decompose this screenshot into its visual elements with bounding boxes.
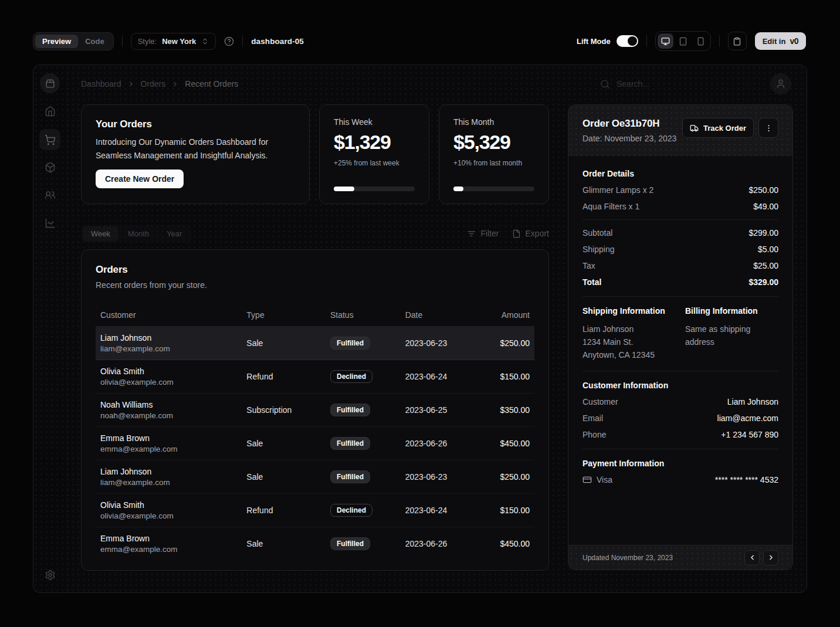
phone-value: +1 234 567 890	[721, 430, 778, 439]
tablet-view-button[interactable]	[675, 33, 691, 49]
this-month-card: This Month $5,329 +10% from last month	[439, 104, 549, 204]
table-row[interactable]: Noah Williamsnoah@example.com Subscripti…	[96, 394, 534, 427]
track-order-label: Track Order	[703, 124, 746, 133]
breadcrumb: Dashboard Orders Recent Orders	[81, 79, 238, 89]
more-options-button[interactable]	[758, 118, 778, 138]
sidebar-item-settings[interactable]	[39, 564, 60, 585]
sidebar-item-customers[interactable]	[39, 184, 60, 205]
customer-info-heading: Customer Information	[582, 381, 778, 390]
tax-value: $25.00	[753, 261, 778, 270]
tab-preview[interactable]: Preview	[35, 35, 78, 48]
billing-text: Same as shipping address	[685, 323, 761, 348]
item-label: Aqua Filters x 1	[582, 202, 639, 211]
search-field[interactable]	[600, 79, 723, 89]
sidebar-item-analytics[interactable]	[39, 212, 60, 233]
tab-year[interactable]: Year	[158, 226, 190, 241]
order-type: Sale	[242, 527, 326, 561]
breadcrumb-recent-orders: Recent Orders	[185, 79, 238, 89]
table-row[interactable]: Liam Johnsonliam@example.com Sale Fulfil…	[96, 327, 534, 360]
sidebar-item-orders[interactable]	[39, 129, 60, 150]
orders-table: Customer Type Status Date Amount Liam Jo…	[96, 304, 534, 560]
status-badge: Fulfilled	[330, 437, 370, 450]
previous-order-button[interactable]	[744, 550, 760, 565]
sidebar-item-dashboard[interactable]	[39, 100, 60, 121]
table-row[interactable]: Olivia Smitholivia@example.com Refund De…	[96, 360, 534, 394]
order-date: 2023-06-24	[401, 360, 488, 394]
customer-email: emma@example.com	[100, 445, 237, 453]
progress-bar	[334, 187, 415, 191]
order-type: Sale	[242, 427, 326, 460]
separator	[582, 296, 778, 297]
preview-code-toggle: Preview Code	[33, 32, 114, 50]
order-type: Sale	[242, 460, 326, 494]
export-label: Export	[526, 229, 549, 238]
chevrons-up-down-icon	[201, 38, 209, 45]
tab-code[interactable]: Code	[78, 35, 111, 48]
order-amount: $150.00	[488, 494, 534, 527]
customer-email: liam@example.com	[100, 344, 237, 353]
copy-code-button[interactable]	[728, 32, 747, 50]
breadcrumb-orders[interactable]: Orders	[141, 79, 166, 89]
search-input[interactable]	[615, 79, 723, 89]
billing-info-block: Billing Information Same as shipping add…	[685, 306, 778, 361]
order-date: 2023-06-26	[401, 427, 488, 460]
shipping-value: $5.00	[758, 245, 778, 254]
order-type: Refund	[242, 494, 326, 527]
subtotal-row: Subtotal$299.00	[582, 228, 778, 238]
stat-label: This Month	[453, 117, 534, 127]
track-order-button[interactable]: Track Order	[682, 118, 754, 138]
tax-label: Tax	[582, 261, 595, 270]
updated-label: Updated November 23, 2023	[582, 554, 673, 562]
breadcrumb-dashboard[interactable]: Dashboard	[81, 79, 121, 89]
next-order-button[interactable]	[763, 550, 778, 565]
order-amount: $350.00	[488, 394, 534, 427]
item-value: $49.00	[753, 202, 778, 211]
customer-name: Olivia Smith	[100, 500, 237, 510]
table-row[interactable]: Emma Brownemma@example.com Sale Fulfille…	[96, 427, 534, 460]
order-amount: $150.00	[488, 360, 534, 394]
chevron-right-icon	[767, 554, 775, 561]
customer-name: Noah Williams	[100, 400, 237, 409]
lift-mode-toggle[interactable]	[617, 35, 638, 47]
order-id-title: Order Oe31b70H	[582, 118, 676, 130]
your-orders-card: Your Orders Introducing Our Dynamic Orde…	[81, 104, 310, 204]
user-avatar[interactable]	[770, 73, 791, 94]
mobile-view-button[interactable]	[693, 33, 709, 49]
tax-row: Tax$25.00	[582, 261, 778, 270]
clipboard-icon	[733, 37, 741, 46]
orders-description: Recent orders from your store.	[96, 280, 534, 290]
email-value: liam@acme.com	[717, 414, 778, 423]
table-row[interactable]: Olivia Smitholivia@example.com Refund De…	[96, 494, 534, 527]
app-header: Dashboard Orders Recent Orders	[67, 65, 807, 103]
help-circle-icon[interactable]	[224, 36, 234, 46]
progress-bar	[453, 187, 534, 191]
settings-gear-icon	[45, 570, 56, 581]
stat-note: +10% from last month	[453, 159, 534, 167]
table-row[interactable]: Liam Johnsonliam@example.com Sale Fulfil…	[96, 460, 534, 494]
line-chart-icon	[45, 218, 56, 229]
dashboard-preview-frame: Dashboard Orders Recent Orders Your Orde…	[33, 65, 807, 593]
style-value: New York	[162, 37, 196, 46]
sidebar-item-products[interactable]	[39, 157, 60, 178]
create-new-order-button[interactable]: Create New Order	[96, 170, 184, 188]
desktop-view-button[interactable]	[658, 33, 673, 49]
payment-method: Visa	[597, 475, 612, 484]
home-icon	[45, 106, 56, 117]
tab-month[interactable]: Month	[120, 226, 157, 241]
app-logo[interactable]	[40, 73, 60, 93]
progress-fill	[334, 187, 354, 191]
tab-week[interactable]: Week	[83, 226, 118, 241]
filter-button[interactable]: Filter	[467, 229, 499, 238]
style-select[interactable]: Style: New York	[131, 33, 216, 50]
separator	[582, 449, 778, 449]
export-button[interactable]: Export	[512, 229, 549, 238]
edit-in-label: Edit in	[763, 37, 786, 46]
customer-label: Customer	[582, 397, 618, 406]
monitor-icon	[661, 37, 670, 46]
sidebar	[33, 65, 67, 592]
edit-in-v0-button[interactable]: Edit in v0	[755, 32, 806, 50]
filter-label: Filter	[480, 229, 499, 238]
main-content: Your Orders Introducing Our Dynamic Orde…	[81, 104, 549, 204]
table-row[interactable]: Emma Brownemma@example.com Sale Fulfille…	[96, 527, 534, 561]
stat-value: $5,329	[453, 131, 534, 154]
